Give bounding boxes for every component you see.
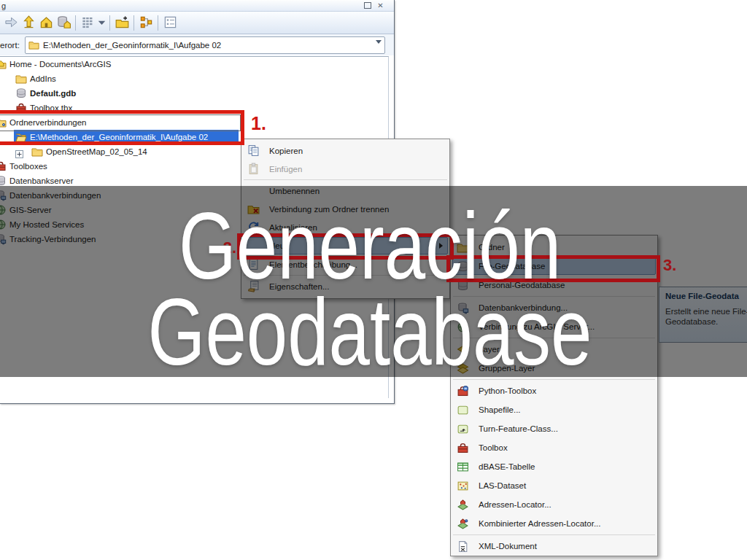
home-icon: [39, 15, 53, 31]
menu-item-label: Shapefile...: [479, 405, 521, 414]
tree-view-icon: [139, 15, 153, 31]
toolbar-button-up-one-level-icon[interactable]: [20, 14, 37, 31]
submenu-item-dbase-tabelle[interactable]: dBASE-Tabelle: [451, 457, 657, 476]
composite-address-locator-icon: [457, 518, 469, 530]
tree-item-label: OpenStreetMap_02_05_14: [46, 144, 147, 159]
toolbar-separator: [133, 15, 134, 31]
toolbar-button-connect-folder-icon[interactable]: [113, 14, 131, 31]
copy-icon: [247, 144, 260, 157]
home-folder-icon: [0, 58, 7, 70]
annotation-box-1: [0, 110, 244, 145]
address-locator-icon: [457, 499, 469, 511]
tree-item-home-documents-arcgis[interactable]: Home - Documents\ArcGIS: [0, 57, 388, 71]
address-label: erort:: [0, 41, 25, 50]
menu-item-label: Kombinierter Adressen-Locator...: [479, 519, 600, 528]
caption-line1: Generación: [82, 203, 659, 289]
submenu-item-turn-feature-class[interactable]: Turn-Feature-Class...: [451, 419, 657, 438]
toolbar-separator: [75, 15, 76, 31]
dbase-table-icon: [457, 461, 469, 473]
menu-item-label: Turn-Feature-Class...: [479, 424, 558, 433]
caret-down-icon: [95, 15, 109, 31]
expand-plus-icon[interactable]: [15, 148, 23, 156]
window-title: g: [1, 1, 6, 10]
python-toolbox-icon: [457, 385, 469, 397]
forward-icon: [4, 15, 18, 31]
menu-item-einf-gen[interactable]: Einfügen: [241, 160, 449, 178]
menu-item-label: Adressen-Locator...: [479, 500, 551, 509]
toolbar-button-home-icon[interactable]: [37, 14, 55, 31]
address-row: erort: E:\Methoden_der_Geoninformatik_I\…: [0, 34, 394, 55]
catalog-toolbar: [0, 12, 394, 34]
tree-item-label: AddIns: [30, 71, 56, 86]
folder-icon: [28, 39, 39, 50]
menu-item-label: Python-Toolbox: [479, 386, 536, 395]
restore-icon: [364, 2, 371, 9]
default-geodatabase-icon: [57, 15, 71, 31]
annotation-box-1-inner: [0, 114, 241, 131]
menu-item-label: dBASE-Tabelle: [479, 462, 535, 471]
step-label-3: 3.: [663, 256, 676, 275]
toolbar-button-options-icon[interactable]: [161, 14, 179, 31]
combobox-caret-icon[interactable]: [376, 40, 382, 44]
submenu-item-las-dataset[interactable]: LAS-Dataset: [451, 476, 657, 495]
toolbar-separator: [158, 15, 158, 31]
submenu-item-adressen-locator[interactable]: Adressen-Locator...: [451, 495, 657, 514]
submenu-item-xml-dokument[interactable]: XML-Dokument: [451, 537, 657, 556]
step-label-1: 1.: [251, 113, 266, 134]
xml-document-icon: [457, 540, 469, 553]
tree-item-addins[interactable]: AddIns: [0, 71, 388, 86]
menu-item-label: Toolbox: [479, 443, 508, 452]
caption-text: Generación Geodatabase: [82, 203, 659, 375]
folder-icon: [31, 146, 43, 158]
catalog-titlebar[interactable]: g ✕: [0, 0, 394, 12]
toolbar-button-tree-view-icon[interactable]: [137, 14, 155, 31]
toolbar-button-forward-icon[interactable]: [2, 14, 20, 31]
screenshot-stage: g ✕ erort: E:\Methoden_der_Geoninformati…: [0, 0, 747, 560]
folder-icon: [15, 73, 27, 85]
shapefile-icon: [457, 404, 469, 416]
list-view-icon: [81, 15, 95, 31]
connect-folder-icon: [115, 15, 129, 31]
menu-item-label: LAS-Dataset: [479, 481, 526, 490]
toolbar-button-default-geodatabase-icon[interactable]: [55, 14, 72, 31]
restore-window-button[interactable]: [363, 1, 372, 10]
up-one-level-icon: [22, 15, 36, 31]
menu-item-label: Einfügen: [269, 165, 302, 174]
toolbar-button-caret-down-icon[interactable]: [96, 14, 107, 31]
caption-line2: Geodatabase: [82, 289, 659, 375]
geodatabase-icon: [15, 88, 27, 99]
las-dataset-icon: [457, 480, 469, 492]
toolbox-icon: [457, 442, 469, 454]
tree-item-label: Toolboxes: [9, 159, 47, 174]
tree-item-label: Home - Documents\ArcGIS: [9, 57, 111, 71]
toolbar-button-list-view-icon[interactable]: [79, 14, 96, 31]
submenu-item-toolbox[interactable]: Toolbox: [451, 438, 657, 457]
tree-item-default-gdb[interactable]: Default.gdb: [0, 86, 388, 101]
location-combobox[interactable]: E:\Methoden_der_Geoninformatik_I\Aufgabe…: [25, 36, 385, 54]
options-icon: [163, 15, 177, 31]
tree-item-label: Default.gdb: [30, 86, 76, 101]
location-value: E:\Methoden_der_Geoninformatik_I\Aufgabe…: [43, 41, 221, 50]
geodatabase-icon: [0, 175, 7, 187]
toolbox-icon: [0, 160, 7, 172]
menu-item-label: XML-Dokument: [479, 542, 537, 551]
submenu-item-kombinierter-adressen-locator[interactable]: Kombinierter Adressen-Locator...: [451, 514, 657, 533]
close-button[interactable]: ✕: [376, 1, 385, 10]
menu-item-label: Kopieren: [269, 147, 303, 155]
turn-feature-class-icon: [457, 423, 469, 435]
menu-item-kopieren[interactable]: Kopieren: [241, 141, 449, 160]
toolbar-separator: [109, 15, 110, 31]
submenu-item-shapefile[interactable]: Shapefile...: [451, 400, 657, 419]
paste-icon: [247, 163, 260, 175]
